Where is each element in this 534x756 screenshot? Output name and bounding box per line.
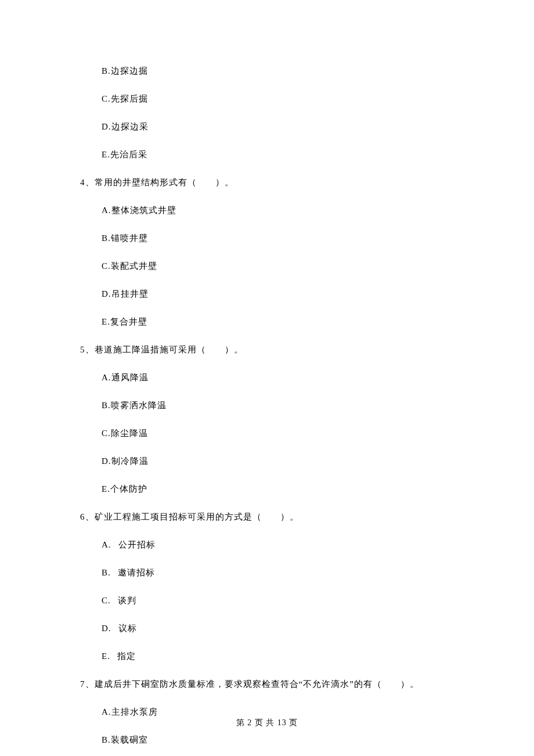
option-text: 邀请招标 <box>118 568 155 577</box>
option-letter: D. <box>102 624 111 633</box>
option-text: 公开招标 <box>118 540 156 549</box>
page-footer: 第 2 页 共 13 页 <box>0 718 534 728</box>
q4-option-b: B.锚喷井壁 <box>102 233 476 244</box>
question-6: 6、矿业工程施工项目招标可采用的方式是（ ）。 <box>80 512 476 523</box>
option-d: D.边探边采 <box>102 121 476 132</box>
question-4: 4、常用的井壁结构形式有（ ）。 <box>80 177 476 188</box>
option-text: 谈判 <box>118 596 136 605</box>
q5-option-e: E.个体防护 <box>102 484 476 495</box>
q6-option-e: E.指定 <box>102 651 476 662</box>
question-5: 5、巷道施工降温措施可采用（ ）。 <box>80 344 476 355</box>
option-e: E.先治后采 <box>102 149 476 160</box>
option-letter: B. <box>102 568 111 577</box>
question-7: 7、建成后井下硐室防水质量标准，要求观察检查符合“不允许滴水”的有（ ）。 <box>80 679 476 690</box>
q4-option-a: A.整体浇筑式井壁 <box>102 205 476 216</box>
q5-option-c: C.除尘降温 <box>102 428 476 439</box>
q6-option-b: B.邀请招标 <box>102 567 476 578</box>
q6-option-a: A.公开招标 <box>102 539 476 550</box>
option-text: 指定 <box>117 651 136 661</box>
q5-option-a: A.通风降温 <box>102 372 476 383</box>
q5-option-b: B.喷雾洒水降温 <box>102 400 476 411</box>
q5-option-d: D.制冷降温 <box>102 456 476 467</box>
q4-option-c: C.装配式井壁 <box>102 261 476 272</box>
q4-option-e: E.复合井壁 <box>102 316 476 327</box>
option-letter: C. <box>102 596 111 605</box>
q6-option-d: D.议标 <box>102 623 476 634</box>
option-b: B.边探边掘 <box>102 66 476 77</box>
option-c: C.先探后掘 <box>102 93 476 105</box>
q7-option-b: B.装载硐室 <box>102 735 476 746</box>
document-content: B.边探边掘 C.先探后掘 D.边探边采 E.先治后采 4、常用的井壁结构形式有… <box>0 0 534 746</box>
option-letter: E. <box>102 651 110 661</box>
option-letter: A. <box>102 540 111 549</box>
q4-option-d: D.吊挂井壁 <box>102 289 476 300</box>
q6-option-c: C.谈判 <box>102 595 476 606</box>
option-text: 议标 <box>118 624 137 633</box>
q7-option-a: A.主排水泵房 <box>102 707 476 718</box>
